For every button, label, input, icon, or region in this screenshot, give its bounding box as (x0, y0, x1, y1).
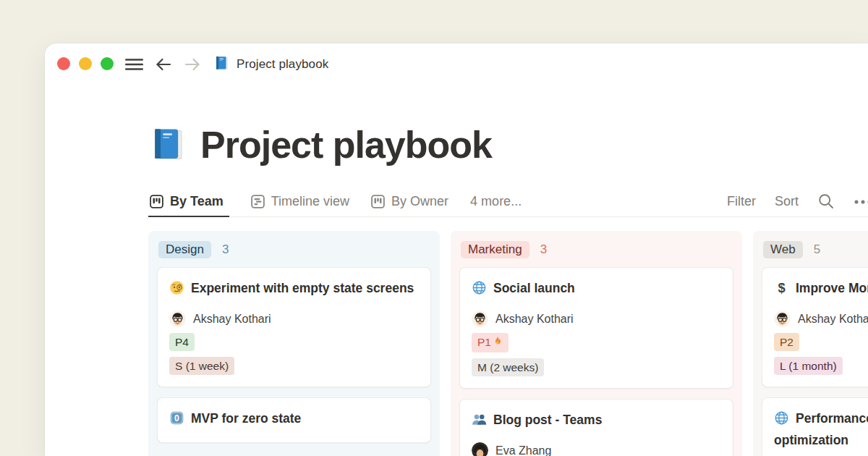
page-title[interactable]: Project playbook (200, 123, 492, 166)
filter-button[interactable]: Filter (727, 194, 756, 209)
avatar-akshay (472, 311, 488, 327)
owner-name: Akshay Kothari (798, 313, 868, 326)
column-header: Web5 (763, 241, 868, 258)
tag-label: P2 (780, 336, 793, 348)
svg-text:0: 0 (174, 413, 179, 423)
sort-button[interactable]: Sort (775, 194, 799, 209)
owner-name: Eva Zhang (495, 444, 551, 456)
board-card[interactable]: 0MVP for zero state (157, 397, 431, 443)
globe-icon (774, 410, 789, 431)
card-owner: Akshay Kothari (472, 311, 721, 327)
board-column-marketing: Marketing3Social launchAkshay KothariP1M… (451, 231, 742, 456)
search-icon[interactable] (817, 193, 835, 210)
card-tag-row: S (1 week) (169, 357, 419, 375)
kanban-board: Design3Experiment with empty state scree… (148, 231, 868, 456)
page-book-icon[interactable] (148, 125, 187, 164)
breadcrumb[interactable]: Project playbook (213, 55, 328, 75)
tag-p4: P4 (169, 333, 195, 351)
svg-text:$: $ (778, 280, 785, 295)
tab-by-team[interactable]: By Team (148, 194, 229, 217)
page-content: Project playbook By TeamTimeline viewBy … (45, 85, 868, 456)
tab-label: Timeline view (271, 194, 349, 209)
tag-label: P4 (175, 336, 189, 348)
window-chrome: Project playbook (45, 43, 868, 85)
busts-icon (472, 412, 487, 432)
column-count: 3 (222, 242, 229, 257)
close-window-button[interactable] (57, 57, 70, 70)
card-title: Performance optimization (774, 409, 868, 449)
tab-more-views[interactable]: 4 more... (470, 194, 522, 217)
card-title: 0MVP for zero state (169, 409, 419, 431)
fire-icon (492, 336, 503, 351)
column-count: 3 (540, 242, 547, 257)
globe-icon (472, 280, 487, 300)
card-owner: Akshay Kothari (774, 311, 868, 327)
column-header: Marketing3 (461, 241, 732, 258)
column-header: Design3 (158, 241, 430, 258)
minimize-window-button[interactable] (79, 57, 92, 70)
card-title-text: Blog post - Teams (493, 413, 602, 427)
back-button[interactable] (154, 56, 173, 73)
tab-timeline-view[interactable]: Timeline view (251, 194, 349, 217)
tag-p2: P2 (774, 333, 799, 351)
card-title: $Improve Monetization (774, 279, 868, 300)
card-title-text: Social launch (493, 281, 575, 295)
board-card[interactable]: Experiment with empty state screensAksha… (157, 267, 431, 387)
dollar-icon: $ (774, 280, 789, 300)
board-icon (150, 195, 163, 208)
board-card[interactable]: Social launchAkshay KothariP1M (2 weeks) (459, 267, 733, 389)
forward-button[interactable] (183, 56, 202, 73)
board-card[interactable]: $Improve MonetizationAkshay KothariP2L (… (762, 267, 868, 387)
board-card[interactable]: Performance optimization (762, 397, 868, 456)
card-tag-row: L (1 month) (774, 357, 868, 375)
tag-label: P1 (477, 336, 491, 348)
more-icon[interactable] (854, 193, 868, 210)
tab-by-owner[interactable]: By Owner (371, 194, 448, 217)
card-tag-row: P2 (774, 333, 868, 351)
tag-label: S (1 week) (175, 360, 229, 372)
board-column-design: Design3Experiment with empty state scree… (148, 231, 440, 456)
card-tag-row: M (2 weeks) (472, 358, 721, 376)
keycap-zero-icon: 0 (169, 410, 184, 431)
board-card[interactable]: Blog post - TeamsEva Zhang (459, 399, 733, 456)
view-tabs-bar: By TeamTimeline viewBy Owner4 more... Fi… (148, 187, 868, 217)
column-group-pill[interactable]: Marketing (461, 241, 529, 258)
traffic-lights (57, 57, 114, 70)
tag-label: L (1 month) (780, 360, 837, 372)
board-icon (371, 195, 385, 208)
book-icon (213, 55, 230, 75)
breadcrumb-title: Project playbook (237, 57, 328, 72)
avatar-akshay (774, 311, 791, 327)
tab-label: 4 more... (470, 194, 522, 209)
card-tag-row: P4 (169, 333, 419, 351)
avatar-akshay (169, 311, 186, 327)
owner-name: Akshay Kothari (495, 313, 574, 326)
card-title-text: MVP for zero state (191, 411, 301, 426)
card-title-text: Improve Monetization (796, 281, 868, 295)
card-title: Experiment with empty state screens (169, 279, 419, 300)
card-tag-row: P1 (472, 333, 721, 352)
tab-label: By Owner (391, 194, 448, 209)
owner-name: Akshay Kothari (193, 313, 271, 326)
avatar-eva (472, 442, 488, 456)
view-toolbar: Filter Sort (727, 193, 868, 210)
tag-label: M (2 weeks) (477, 361, 538, 373)
column-group-pill[interactable]: Design (158, 241, 211, 258)
tab-label: By Team (170, 194, 224, 209)
tag-p1: P1 (472, 333, 509, 352)
sidebar-toggle-button[interactable] (124, 56, 144, 72)
card-title: Blog post - Teams (472, 410, 721, 432)
board-column-web: Web5$Improve MonetizationAkshay KothariP… (753, 231, 868, 456)
card-title: Social launch (472, 279, 721, 300)
marketing-screenshot: { "window": { "traffic_lights": { "close… (0, 0, 868, 456)
zoom-window-button[interactable] (101, 57, 114, 70)
tag-m-2-weeks-: M (2 weeks) (472, 358, 544, 376)
app-window: Project playbook Project playbook By Tea… (45, 43, 868, 456)
card-title-text: Experiment with empty state screens (191, 281, 414, 295)
timeline-icon (251, 195, 265, 208)
card-owner: Eva Zhang (472, 442, 721, 456)
tag-l-1-month-: L (1 month) (774, 357, 843, 375)
monocle-face-icon (169, 280, 184, 300)
card-owner: Akshay Kothari (169, 311, 419, 327)
column-group-pill[interactable]: Web (763, 241, 803, 258)
